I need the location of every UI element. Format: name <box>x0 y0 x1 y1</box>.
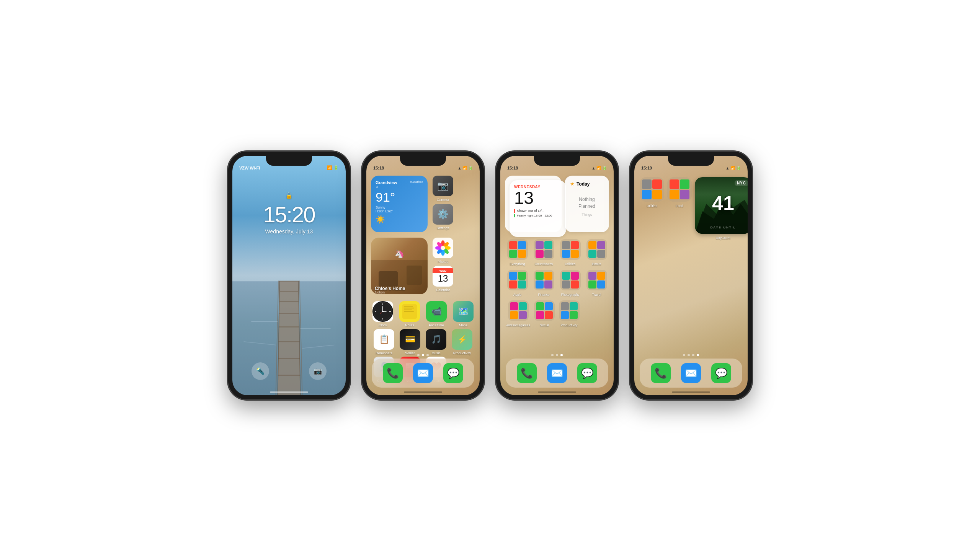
folder-awesomegames-icon <box>508 300 529 321</box>
notch-4 <box>668 156 714 166</box>
dock-3: 📞 ✉️ 💬 <box>506 359 608 388</box>
mini-29 <box>588 272 596 280</box>
dock-mail-3[interactable]: ✉️ <box>547 363 567 383</box>
productivity-icon: ⚡ <box>452 329 472 350</box>
folders-row-1: Everything Countdowns <box>504 239 610 266</box>
folder-photography-icon <box>560 270 581 290</box>
mini-19 <box>509 280 517 289</box>
util-folder-wrapper[interactable]: Utilities <box>640 177 664 208</box>
app-camera[interactable]: 📷 Camera <box>431 176 455 202</box>
notion-sublabel: Notion <box>375 290 424 294</box>
top-widgets-row: Utilities Food <box>640 177 742 240</box>
widgets-row-3: WEDNESDAY 13 Shawn out of Of... Family n… <box>505 176 609 232</box>
things-content: NothingPlanned <box>570 196 604 210</box>
cal-event2: Family night 18:00 - 22:00 <box>514 214 562 217</box>
home-indicator <box>270 391 308 393</box>
dock-messages[interactable]: 💬 <box>443 363 463 383</box>
status-icons-4: ▲ 📶 🔋 <box>726 166 741 170</box>
dock-mail[interactable]: ✉️ <box>413 363 433 383</box>
folder-social-icon <box>534 300 555 321</box>
facetime-label: FaceTime <box>429 323 444 327</box>
svg-point-35 <box>382 311 384 312</box>
things-header: ★ Today <box>570 181 604 187</box>
things-widget[interactable]: ★ Today NothingPlanned Things <box>565 176 609 232</box>
app-notes[interactable]: Notes <box>398 301 421 327</box>
status-icons-2: ▲ 📶 🔋 <box>458 166 473 170</box>
folder-productivity-3[interactable]: Productivity <box>559 300 580 327</box>
folder-countdowns[interactable]: Countdowns <box>534 239 554 266</box>
app-clock[interactable]: Clock <box>371 301 395 327</box>
flashlight-button[interactable]: 🔦 <box>252 362 269 380</box>
daycount-wrapper[interactable]: NYC 41 DAYS UNTIL DayCount <box>695 177 748 240</box>
cal-event1: Shawn out of Of... <box>514 209 562 213</box>
camera-icon: 📷 <box>433 176 453 196</box>
folder-books[interactable]: Books <box>586 239 607 266</box>
folder-books-label: Books <box>592 262 601 266</box>
app-maps[interactable]: 🗺️ Maps <box>451 301 475 327</box>
mini-43 <box>561 311 569 319</box>
mini-34 <box>519 302 527 310</box>
folder-photography[interactable]: Photography <box>560 270 581 297</box>
mini-35 <box>510 311 518 319</box>
folder-awesomegames[interactable]: Awesomegames <box>506 300 530 327</box>
folder-finance[interactable]: Finance <box>534 270 554 297</box>
settings-label: Settings <box>437 226 449 230</box>
app-settings[interactable]: ⚙️ Settings <box>431 204 455 230</box>
camera-button[interactable]: 📷 <box>309 362 327 380</box>
folder-travel-icon <box>586 270 607 290</box>
photos-svg <box>434 239 452 257</box>
weather-condition: Sunny <box>376 205 423 209</box>
clock-svg <box>372 301 393 322</box>
top-right-apps: 📷 Camera ⚙️ Settings <box>431 176 455 232</box>
app-photos[interactable]: Photos <box>431 238 455 264</box>
dock-2: 📞 ✉️ 💬 <box>372 359 474 388</box>
utilities-folder-icon <box>640 177 664 202</box>
home-indicator-4 <box>672 391 710 393</box>
folder-apple-icon <box>507 270 528 290</box>
util-mini-1 <box>642 179 652 189</box>
app-wallet[interactable]: 💳 Wallet <box>398 329 422 355</box>
food-folder-wrapper[interactable]: Food <box>667 177 692 208</box>
dock-phone-3[interactable]: 📞 <box>517 363 537 383</box>
daycount-widget: NYC 41 DAYS UNTIL <box>695 177 748 234</box>
food-mini-3 <box>670 190 679 199</box>
daycount-label: DAYS UNTIL <box>710 226 736 229</box>
lockscreen: VZW Wi-Fi 📶 🔋 🔒 15:20 Wednesday, July 13… <box>232 156 346 395</box>
app-calendar[interactable]: WED 13 Calendar <box>431 266 455 292</box>
time-label-2: 15:18 <box>373 166 384 170</box>
app-music[interactable]: 🎵 Music <box>424 329 448 355</box>
mini-4 <box>518 250 526 258</box>
lock-icon: 🔒 <box>285 192 293 199</box>
folder-utilities[interactable]: Utilities <box>560 239 581 266</box>
mini-41 <box>561 302 569 310</box>
app-productivity[interactable]: ⚡ Productivity <box>450 329 474 355</box>
iphone-3: 15:18 ▲ 📶 🔋 WEDNESDAY 13 Shawn out of Of… <box>496 151 618 400</box>
calendar-widget[interactable]: WEDNESDAY 13 Shawn out of Of... Family n… <box>505 176 562 232</box>
app-facetime[interactable]: 📹 FaceTime <box>425 301 448 327</box>
dock-mail-4[interactable]: ✉️ <box>681 363 701 383</box>
mini-6 <box>544 241 552 249</box>
notion-widget[interactable]: 🦄 Chloe's Home Notion <box>371 238 428 294</box>
folder-everything-label: Everything <box>510 262 525 266</box>
dock-messages-3[interactable]: 💬 <box>577 363 597 383</box>
app-reminders[interactable]: 📋 Reminders <box>372 329 396 355</box>
mini-17 <box>509 272 517 280</box>
mini-15 <box>588 250 596 258</box>
dock-messages-4[interactable]: 💬 <box>711 363 731 383</box>
util-mini-4 <box>652 190 662 199</box>
dock-4: 📞 ✉️ 💬 <box>640 359 742 388</box>
weather-widget[interactable]: Grandview ▲ Weather 91° Sunny H:93° L:62… <box>371 176 428 232</box>
notch-2 <box>400 156 446 166</box>
dock-phone[interactable]: 📞 <box>383 363 403 383</box>
folder-apple[interactable]: Apple <box>507 270 528 297</box>
folder-travel[interactable]: Travel <box>586 270 607 297</box>
mini-18 <box>518 272 526 280</box>
folder-finance-icon <box>534 270 554 290</box>
clock-icon <box>372 301 393 322</box>
folder-social[interactable]: Social <box>534 300 555 327</box>
dock-phone-4[interactable]: 📞 <box>651 363 671 383</box>
folder-everything[interactable]: Everything <box>507 239 528 266</box>
folder-books-icon <box>586 239 607 260</box>
mini-10 <box>571 241 579 249</box>
folder-utilities-label: Utilities <box>565 262 575 266</box>
